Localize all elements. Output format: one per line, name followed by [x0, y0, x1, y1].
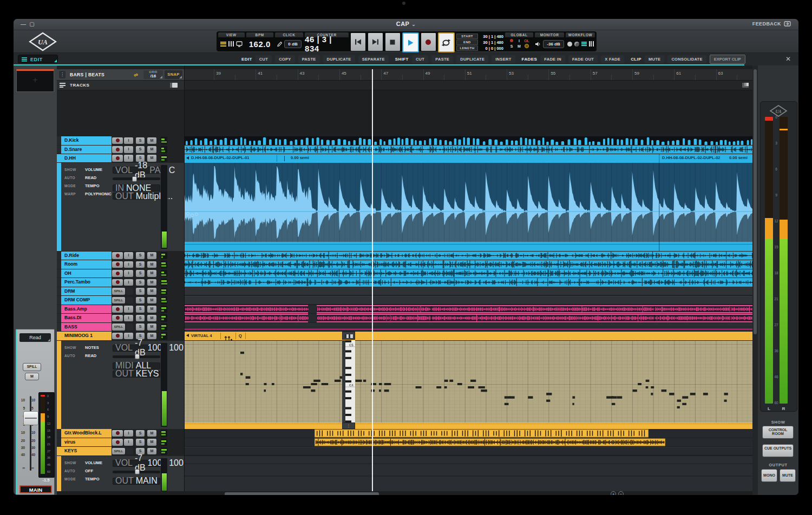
- track-name[interactable]: DRM: [61, 287, 112, 296]
- panel-param-value[interactable]: TEMPO: [85, 477, 100, 481]
- track-name[interactable]: Bass.Amp: [61, 305, 112, 314]
- track-record-button[interactable]: [112, 315, 123, 322]
- panel-param-value[interactable]: READ: [85, 175, 96, 180]
- global-record-icon[interactable]: [508, 38, 515, 44]
- track-mute-button[interactable]: M: [147, 297, 156, 304]
- track-row-d-ride[interactable]: D.RideISM: [57, 252, 184, 260]
- rewind-button[interactable]: [350, 32, 366, 51]
- panes-icon[interactable]: [170, 83, 178, 88]
- end-value[interactable]: 30 | 1 | 480: [480, 40, 503, 45]
- track-name[interactable]: D.Snare: [61, 146, 112, 154]
- toolbar-button-insert[interactable]: INSERT: [492, 55, 515, 63]
- overview-thumbnail[interactable]: [16, 69, 54, 92]
- horizontal-scrollbar[interactable]: + −: [57, 491, 752, 495]
- loop-button[interactable]: [438, 32, 455, 52]
- cue-outputs-button[interactable]: CUE OUTPUTS: [762, 444, 794, 457]
- track-mute-button[interactable]: M: [147, 137, 156, 144]
- clip-lane-perc-tambo[interactable]: [185, 278, 753, 287]
- clip-lane-bass-di[interactable]: [185, 314, 753, 322]
- track-mute-button[interactable]: M: [147, 270, 156, 277]
- quantize-button[interactable]: Q: [239, 333, 242, 338]
- track-spill-button[interactable]: SPILL: [112, 297, 125, 304]
- panel-io-box[interactable]: INNONE: [113, 184, 160, 192]
- track-mute-button[interactable]: M: [147, 315, 156, 322]
- track-name[interactable]: MINIMOOG 1: [61, 332, 112, 340]
- track-input-button[interactable]: I: [124, 279, 133, 286]
- track-solo-button[interactable]: S: [136, 439, 145, 446]
- track-row-bass[interactable]: BASSSPILLSM: [57, 323, 184, 332]
- track-record-button[interactable]: [112, 261, 123, 268]
- track-name[interactable]: Gtr.WoodBlock.L: [61, 429, 112, 438]
- midi-clip-name[interactable]: VIRTUAL 4: [191, 333, 212, 338]
- click-db-button[interactable]: 0 dB: [284, 40, 301, 48]
- panel-io-value[interactable]: KEYS: [136, 369, 159, 379]
- keyboard-zoom-button[interactable]: [342, 332, 355, 340]
- horizontal-scroll-thumb[interactable]: [225, 492, 379, 495]
- panel-slider-thumb[interactable]: [132, 176, 137, 182]
- main-mute-button[interactable]: M: [25, 373, 39, 380]
- playhead[interactable]: [372, 69, 373, 491]
- panel-io-value[interactable]: MAIN: [136, 476, 158, 486]
- track-name[interactable]: virus: [61, 438, 112, 447]
- clip-pitch-value[interactable]: 0.00 semi: [729, 155, 748, 160]
- track-mute-button[interactable]: M: [147, 261, 156, 268]
- clip-lane-drm[interactable]: [185, 287, 753, 296]
- panel-volume-slider[interactable]: [113, 471, 160, 473]
- toolbar-button-separate[interactable]: SEPARATE: [358, 55, 389, 63]
- panel-param-value[interactable]: OFF: [85, 468, 93, 473]
- track-input-button[interactable]: I: [124, 333, 133, 340]
- track-row-bass-di[interactable]: Bass.DIISM: [57, 314, 184, 322]
- output-mute-button[interactable]: MUTE: [780, 469, 796, 482]
- close-icon[interactable]: ✕: [785, 55, 791, 63]
- clip-name[interactable]: D.HH-08-08-DUPL-02-DUPL-01: [191, 155, 250, 160]
- track-mute-button[interactable]: M: [147, 146, 156, 153]
- clip-name[interactable]: D.HH-08-08-DUPL-02-DUPL-02: [662, 155, 721, 160]
- clip-header-d-hh-2[interactable]: D.HH-08-08-DUPL-02-DUPL-020.00 semi: [660, 154, 753, 163]
- panel-vol-pan-box[interactable]: VOL-7 dB100L100R: [113, 460, 160, 467]
- toolbar-button-fade-out[interactable]: FADE OUT: [568, 55, 598, 63]
- panel-param-value[interactable]: VOLUME: [85, 167, 102, 172]
- track-solo-button[interactable]: S: [136, 146, 145, 153]
- panel-volume-slider[interactable]: [113, 355, 160, 358]
- clip-lane-oh[interactable]: [185, 269, 753, 278]
- global-dim-icon[interactable]: [523, 44, 531, 50]
- track-record-button[interactable]: [112, 155, 123, 162]
- length-value[interactable]: 0 | 0 | 000: [480, 46, 503, 51]
- view-window-icon[interactable]: [236, 41, 243, 47]
- track-solo-button[interactable]: S: [136, 430, 145, 437]
- global-mute-button[interactable]: M: [515, 44, 523, 50]
- track-input-button[interactable]: I: [124, 430, 133, 437]
- track-solo-button[interactable]: S: [136, 288, 145, 295]
- track-name[interactable]: OH: [61, 269, 112, 278]
- track-spill-button[interactable]: SPILL: [112, 323, 125, 331]
- track-record-button[interactable]: [112, 270, 123, 277]
- toolbar-button-duplicate[interactable]: DUPLICATE: [456, 55, 488, 63]
- track-name[interactable]: BASS: [61, 323, 112, 332]
- pencil-icon[interactable]: [277, 41, 282, 47]
- track-solo-button[interactable]: S: [136, 137, 145, 144]
- track-name[interactable]: Perc.Tambo: [61, 278, 112, 287]
- timeline-ruler[interactable]: 39414345474951535557596163: [185, 69, 753, 81]
- track-name[interactable]: Bass.DI: [61, 314, 112, 322]
- track-record-button[interactable]: [112, 137, 123, 144]
- automation-area-keys[interactable]: [185, 456, 753, 494]
- track-solo-button[interactable]: S: [136, 270, 145, 277]
- track-record-button[interactable]: [112, 146, 123, 153]
- keyboard-options-button[interactable]: ⋮: [342, 422, 355, 429]
- panel-param-value[interactable]: POLYPHONIC: [85, 192, 112, 196]
- track-input-button[interactable]: I: [124, 261, 133, 268]
- toolbar-button-mute[interactable]: MUTE: [645, 55, 664, 63]
- track-input-button[interactable]: I: [124, 306, 133, 313]
- clip-lane-d-snare[interactable]: [185, 146, 753, 154]
- track-row-virus[interactable]: virusISM: [57, 438, 184, 447]
- view-mixer-icon[interactable]: [228, 41, 234, 47]
- automation-mode-dropdown[interactable]: Read: [19, 333, 51, 342]
- record-button[interactable]: [421, 32, 436, 51]
- view-list-icon[interactable]: [220, 42, 226, 47]
- track-name[interactable]: D.Kick: [61, 136, 112, 145]
- clip-header-lane-minimoog[interactable]: VIRTUAL 4Q: [185, 332, 753, 340]
- tracks-menu-icon[interactable]: [60, 83, 66, 88]
- track-name[interactable]: DRM COMP: [61, 296, 112, 305]
- track-solo-button[interactable]: S: [136, 297, 145, 304]
- zoom-out-button[interactable]: −: [618, 491, 624, 495]
